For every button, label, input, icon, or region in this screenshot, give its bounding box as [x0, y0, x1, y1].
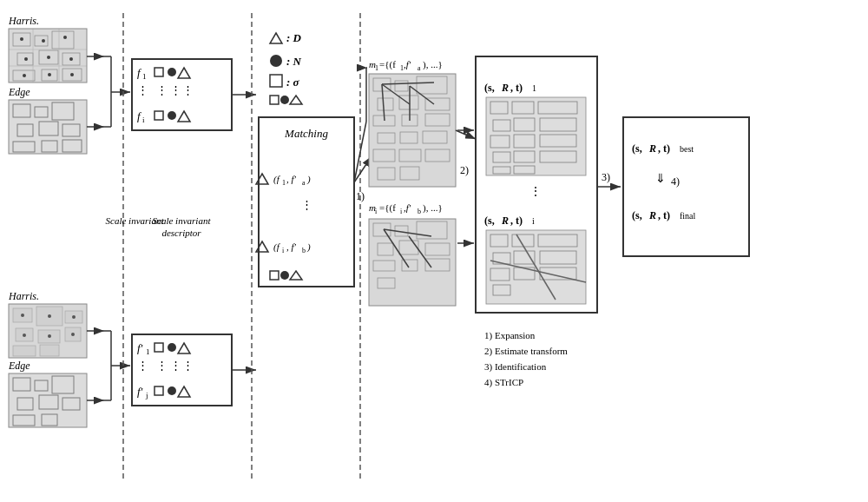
desc-dots-4: ⋮ — [182, 83, 194, 96]
svg-point-15 — [63, 36, 67, 39]
desc-dots-2: ⋮ — [156, 83, 168, 96]
svg-rect-38 — [40, 345, 59, 356]
transform-map-top — [486, 97, 586, 175]
svg-point-17 — [47, 56, 50, 59]
step1-number: 1) — [356, 190, 365, 202]
edge-bottom-label: Edge — [8, 360, 30, 372]
transform-row1-R: R — [501, 82, 509, 94]
svg-point-40 — [48, 314, 51, 318]
desc-fjprime-subscript: j — [145, 391, 148, 400]
transform-rowi-R: R — [501, 215, 509, 227]
main-diagram-svg: Harris. — [0, 0, 868, 502]
match-pair-2-comma: , f′ — [286, 241, 297, 252]
svg-point-39 — [21, 314, 24, 317]
legend-circle — [270, 55, 282, 67]
svg-point-19 — [23, 74, 26, 77]
match-pair-1-close: ) — [306, 174, 311, 185]
m1-suba: a — [418, 64, 421, 72]
svg-point-14 — [42, 39, 45, 43]
transform-row1-t: , t) — [510, 82, 523, 94]
mi-subb: b — [418, 208, 421, 215]
transform-rowi-sub: i — [532, 216, 535, 226]
m1-etc: ), ...} — [423, 59, 443, 70]
desc-fi-circle — [168, 111, 176, 120]
match-pair-1-sub2: a — [302, 179, 306, 187]
result-down-arrow: ⇓ — [655, 172, 666, 185]
matching-title: Matching — [284, 127, 328, 140]
harris-bottom-label: Harris. — [8, 290, 39, 302]
m1-subscript: 1 — [375, 64, 378, 72]
legend-sigma-label: : σ — [286, 76, 300, 89]
svg-point-20 — [48, 73, 51, 76]
svg-point-16 — [24, 57, 28, 61]
legend-N-label: : N — [286, 55, 302, 68]
svg-point-18 — [69, 57, 73, 61]
step2-number: 2) — [460, 164, 469, 176]
step-legend-4: 4) STrICP — [484, 377, 523, 388]
match-pair-2-sub2: b — [302, 247, 306, 254]
transform-dots: ⋮ — [529, 185, 542, 198]
desc-dots-1: ⋮ — [137, 83, 148, 96]
scale-invariant-desc-label2: descriptor — [161, 228, 201, 238]
svg-rect-37 — [13, 346, 36, 356]
m1-fa: ,f′ — [404, 59, 411, 69]
result-best-open: (s, — [632, 142, 642, 155]
harris-top-label: Harris. — [8, 15, 39, 27]
match-map-bottom — [369, 219, 456, 306]
desc-prime-dots-3: ⋮ — [170, 359, 181, 372]
desc-f1-circle — [168, 68, 176, 76]
desc-prime-dots-4: ⋮ — [182, 359, 194, 372]
legend-triangle — [270, 33, 282, 43]
result-final-sub: final — [680, 211, 696, 221]
transform-row1-sub: 1 — [532, 83, 536, 93]
result-best-t: , t) — [658, 142, 670, 155]
step-legend-2: 2) Estimate transform — [484, 346, 568, 357]
step-legend-3: 3) Identification — [484, 361, 547, 373]
desc-dots-3: ⋮ — [170, 83, 181, 96]
legend-D-label: : D — [286, 31, 302, 44]
svg-point-13 — [20, 37, 23, 41]
sym-row-triangle — [290, 96, 302, 104]
desc-fjprime-label: f′ — [137, 385, 143, 398]
match-pair-1-comma: , f′ — [286, 174, 297, 184]
result-best-R: R — [648, 142, 656, 155]
match-pair-1-sub1: 1 — [282, 179, 286, 187]
desc-f1prime-circle — [168, 343, 176, 352]
step3-number: 3) — [602, 171, 610, 183]
svg-point-43 — [48, 334, 51, 338]
transform-rowi-t: , t) — [510, 215, 523, 227]
desc-f1-subscript: 1 — [142, 72, 147, 81]
match-bottom-circle — [280, 271, 289, 280]
mi-subscript: i — [375, 208, 378, 215]
svg-point-42 — [23, 334, 26, 337]
result-final-t: , t) — [658, 209, 670, 221]
desc-f1prime-label: f′ — [137, 341, 143, 354]
diagram-container: Harris. — [0, 0, 868, 502]
mi-fb: ,f′ — [404, 202, 411, 213]
step-legend-1: 1) Expansion — [484, 330, 536, 341]
legend-square — [270, 75, 282, 87]
desc-prime-dots-2: ⋮ — [156, 359, 168, 372]
mi-etc: ), ...} — [423, 202, 443, 214]
mi-subi: i — [400, 208, 403, 215]
transform-rowi-open: (s, — [484, 215, 495, 227]
desc-f1prime-subscript: 1 — [146, 347, 150, 356]
desc-prime-dots-1: ⋮ — [137, 359, 148, 372]
result-step4: 4) — [671, 175, 680, 188]
result-final-R: R — [648, 209, 656, 221]
desc-fjprime-circle — [168, 386, 176, 395]
edge-top-label: Edge — [8, 86, 30, 98]
svg-point-44 — [71, 333, 75, 336]
scale-invariant-desc-label: Scale invariant — [153, 215, 212, 226]
svg-point-21 — [70, 73, 74, 76]
sym-row-circle — [280, 96, 289, 104]
sym-row-square — [270, 96, 279, 104]
match-pair-2-close: ) — [306, 241, 311, 253]
m1-equals: ={(f — [379, 59, 396, 70]
match-dots: ⋮ — [301, 198, 312, 211]
transform-row1-open: (s, — [484, 82, 495, 94]
result-final-open: (s, — [632, 209, 642, 221]
result-box — [623, 117, 749, 256]
result-best-sub: best — [680, 144, 694, 154]
arrow-2-top — [456, 130, 476, 139]
